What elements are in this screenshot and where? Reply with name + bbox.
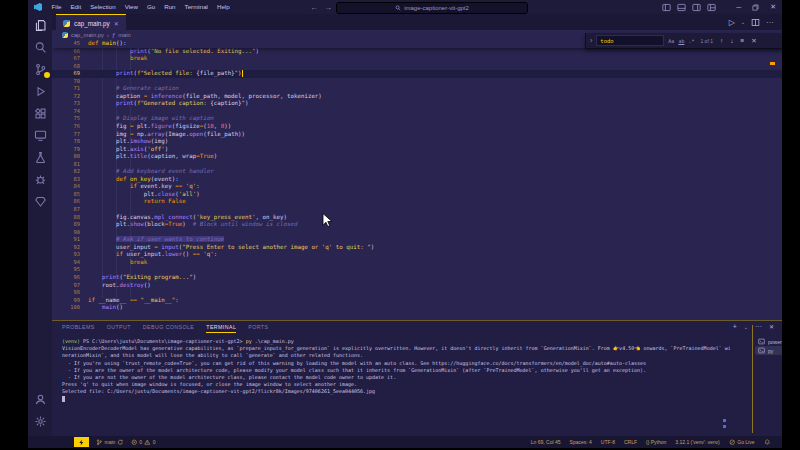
code-line-82[interactable]: 82 # Add keyboard event handler bbox=[52, 168, 782, 176]
code-line-99[interactable]: 99if __name__ == "__main__": bbox=[52, 297, 782, 305]
jupyter-icon[interactable] bbox=[28, 168, 52, 190]
terminal-session-py[interactable]: py bbox=[755, 346, 782, 355]
terminal-session-powershell[interactable]: powershell bbox=[755, 337, 782, 346]
menu-run[interactable]: Run bbox=[160, 0, 180, 14]
code-line-92[interactable]: 92 user_input = input("Press Enter to se… bbox=[52, 244, 782, 252]
gitlens-icon[interactable] bbox=[28, 190, 52, 212]
menu-file[interactable]: File bbox=[47, 0, 66, 14]
breadcrumb-file[interactable]: cap_main.py bbox=[71, 32, 104, 38]
code-line-89[interactable]: 89 plt.show(block=True) # Block until wi… bbox=[52, 221, 782, 229]
menu-go[interactable]: Go bbox=[142, 0, 159, 14]
panel-more-icon[interactable]: ··· bbox=[755, 323, 762, 330]
run-python-file-icon[interactable]: ▷ bbox=[729, 18, 735, 27]
tab-cap-main[interactable]: cap_main.py ✕ bbox=[56, 14, 126, 31]
terminal-output[interactable]: (venv) PS C:\Users\justu\Documents\image… bbox=[62, 338, 730, 434]
code-line-72[interactable]: 72 caption = inference(file_path, model,… bbox=[52, 93, 782, 101]
code-editor[interactable]: 45def main(): 66 print("No file selected… bbox=[52, 40, 782, 320]
source-control-icon[interactable] bbox=[28, 58, 52, 80]
panel-close-icon[interactable]: ✕ bbox=[769, 323, 774, 330]
find-in-selection-icon[interactable]: ≡ bbox=[740, 37, 744, 44]
split-editor-icon[interactable] bbox=[751, 18, 760, 27]
code-line-80[interactable]: 80 plt.title(caption, wrap=True) bbox=[52, 153, 782, 161]
code-line-68[interactable]: 68 bbox=[52, 63, 782, 71]
tab-close-icon[interactable]: ✕ bbox=[114, 20, 119, 27]
code-line-76[interactable]: 76 fig = plt.figure(figsize=(10, 8)) bbox=[52, 123, 782, 131]
status-go-live[interactable]: Go Live bbox=[729, 439, 755, 446]
sync-icon[interactable] bbox=[117, 439, 124, 446]
remote-indicator[interactable] bbox=[74, 437, 89, 447]
explorer-icon[interactable] bbox=[28, 14, 52, 36]
menu-help[interactable]: Help bbox=[212, 0, 234, 14]
run-dropdown-icon[interactable]: ⌄ bbox=[741, 19, 745, 25]
panel-tab-ports[interactable]: PORTS bbox=[248, 324, 268, 333]
problems-item[interactable]: 0 0 bbox=[131, 439, 156, 446]
code-line-95[interactable]: 95 bbox=[52, 266, 782, 274]
menu-terminal[interactable]: Terminal bbox=[180, 0, 212, 14]
menu-selection[interactable]: Selection bbox=[86, 0, 120, 14]
status-utf-8[interactable]: UTF-8 bbox=[601, 439, 615, 445]
code-line-73[interactable]: 73 print(f"Generated caption: {caption}"… bbox=[52, 100, 782, 108]
code-line-77[interactable]: 77 img = np.array(Image.open(file_path)) bbox=[52, 131, 782, 139]
whole-word-icon[interactable]: ab bbox=[678, 38, 684, 44]
toggle-secondary-sidebar-icon[interactable] bbox=[692, 3, 701, 12]
customize-layout-icon[interactable] bbox=[707, 3, 716, 12]
status-crlf[interactable]: CRLF bbox=[624, 439, 637, 445]
panel-tab-terminal[interactable]: TERMINAL bbox=[206, 324, 236, 333]
code-line-98[interactable]: 98 bbox=[52, 289, 782, 297]
toggle-panel-icon[interactable] bbox=[677, 3, 686, 12]
code-line-79[interactable]: 79 plt.axis('off') bbox=[52, 146, 782, 154]
code-line-97[interactable]: 97 root.destroy() bbox=[52, 282, 782, 290]
remote-explorer-icon[interactable] bbox=[28, 124, 52, 146]
find-close-icon[interactable]: ✕ bbox=[751, 37, 756, 45]
code-line-78[interactable]: 78 plt.imshow(img) bbox=[52, 138, 782, 146]
status-spaces-4[interactable]: Spaces: 4 bbox=[570, 439, 592, 445]
code-line-94[interactable]: 94 break bbox=[52, 259, 782, 267]
find-previous-icon[interactable]: ↑ bbox=[720, 37, 723, 44]
toggle-replace-icon[interactable]: › bbox=[590, 37, 592, 44]
code-line-71[interactable]: 71 # Generate caption bbox=[52, 85, 782, 93]
run-debug-icon[interactable] bbox=[28, 80, 52, 102]
extensions-icon[interactable] bbox=[28, 102, 52, 124]
code-line-69[interactable]: 69 print(f"Selected file: {file_path}") bbox=[52, 70, 782, 78]
code-line-83[interactable]: 83 def on_key(event): bbox=[52, 176, 782, 184]
code-line-93[interactable]: 93 if user_input.lower() == 'q': bbox=[52, 251, 782, 259]
menu-view[interactable]: View bbox=[120, 0, 142, 14]
code-line-74[interactable]: 74 bbox=[52, 108, 782, 116]
code-line-84[interactable]: 84 if event.key == 'q': bbox=[52, 183, 782, 191]
code-line-86[interactable]: 86 return False bbox=[52, 198, 782, 206]
match-case-icon[interactable]: Aa bbox=[668, 38, 674, 44]
git-branch-item[interactable]: main bbox=[96, 439, 124, 446]
search-icon[interactable] bbox=[28, 36, 52, 58]
code-line-70[interactable]: 70 bbox=[52, 78, 782, 86]
menu-edit[interactable]: Edit bbox=[66, 0, 86, 14]
code-line-88[interactable]: 88 fig.canvas.mpl_connect('key_press_eve… bbox=[52, 214, 782, 222]
panel-tab-debug-console[interactable]: DEBUG CONSOLE bbox=[143, 324, 194, 333]
code-line-75[interactable]: 75 # Display image with caption bbox=[52, 115, 782, 123]
code-line-87[interactable]: 87 bbox=[52, 206, 782, 214]
status-ln-69-col-45[interactable]: Ln 69, Col 45 bbox=[531, 439, 561, 445]
code-line-81[interactable]: 81 bbox=[52, 161, 782, 169]
forward-icon[interactable]: → bbox=[324, 3, 332, 12]
code-line-90[interactable]: 90 bbox=[52, 229, 782, 237]
notifications-bell-icon[interactable] bbox=[764, 439, 771, 446]
code-line-91[interactable]: 91 # Ask if user wants to continue bbox=[52, 236, 782, 244]
back-icon[interactable]: ← bbox=[310, 3, 318, 12]
status-3-12-1-venv-venv[interactable]: 3.12.1 ('venv': venv) bbox=[675, 439, 719, 445]
toggle-sidebar-icon[interactable] bbox=[662, 3, 671, 12]
settings-icon[interactable] bbox=[28, 410, 52, 432]
find-input[interactable]: todo bbox=[596, 35, 664, 46]
minimize-icon[interactable]: ─ bbox=[736, 4, 741, 11]
code-line-100[interactable]: 100 main() bbox=[52, 304, 782, 312]
code-line-67[interactable]: 67 break bbox=[52, 55, 782, 63]
panel-tab-output[interactable]: OUTPUT bbox=[107, 324, 131, 333]
close-icon[interactable]: ✕ bbox=[770, 3, 776, 11]
find-next-icon[interactable]: ↓ bbox=[730, 37, 733, 44]
breadcrumb-symbol[interactable]: main bbox=[118, 32, 131, 38]
status-python[interactable]: {} Python bbox=[646, 439, 666, 445]
testing-icon[interactable] bbox=[28, 146, 52, 168]
new-terminal-icon[interactable]: + bbox=[733, 323, 737, 330]
account-icon[interactable] bbox=[28, 388, 52, 410]
regex-icon[interactable]: .* bbox=[688, 38, 694, 44]
panel-tab-problems[interactable]: PROBLEMS bbox=[62, 324, 95, 333]
command-center-search[interactable]: image-captioner-vit-gpt2 bbox=[336, 2, 528, 14]
